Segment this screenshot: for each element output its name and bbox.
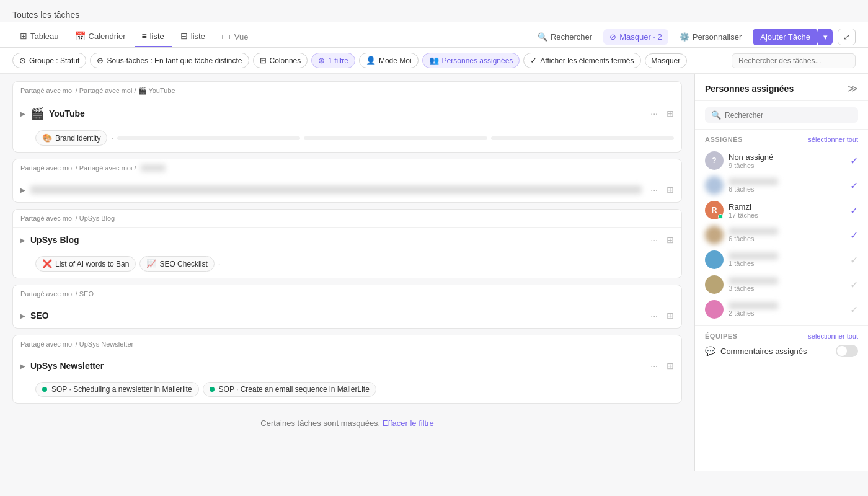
group-header-upsys-blog: Partagé avec moi / UpSys Blog — [13, 210, 681, 228]
assignee-count-blurred5: 3 tâches — [728, 285, 845, 292]
assignee-row-ramzi[interactable]: R Ramzi 17 tâches ✓ — [705, 198, 858, 223]
task-list: Partagé avec moi / Partagé avec moi / 🎬 … — [0, 74, 694, 471]
assignee-name-blurred2 — [728, 178, 778, 185]
teams-toggle-switch[interactable] — [836, 345, 858, 357]
main-layout: Partagé avec moi / Partagé avec moi / 🎬 … — [0, 74, 868, 471]
sidebar-panel: Personnes assignées ≫ 🔍 ASSIGNÉS sélecti… — [694, 74, 868, 471]
masquer-button[interactable]: ⊘ Masquer · 2 — [603, 29, 668, 45]
assignee-name-blurred4 — [728, 252, 778, 260]
filter-groupe[interactable]: ⊙ Groupe : Statut — [12, 53, 86, 68]
seo-collapse-icon[interactable]: ⊞ — [666, 311, 674, 321]
assignee-count-ramzi: 17 tâches — [728, 211, 845, 219]
assignee-check-blurred6: ✓ — [850, 304, 858, 316]
newsletter-group-title: UpSys Newsletter — [30, 361, 642, 371]
filters-bar: ⊙ Groupe : Statut ⊕ Sous-tâches : En tan… — [0, 48, 868, 74]
assignee-name-blurred6 — [728, 302, 778, 309]
afficher-icon: ✓ — [530, 56, 537, 65]
youtube-group-icon: 🎬 — [30, 107, 44, 120]
upsys-blog-more-icon[interactable]: ··· — [647, 234, 662, 246]
select-all-teams-button[interactable]: sélectionner tout — [808, 332, 858, 340]
expand-youtube-icon[interactable]: ▶ — [20, 110, 25, 117]
sidebar-search-input[interactable] — [725, 111, 852, 120]
list-item-sop-mailerlite[interactable]: SOP · Scheduling a newsletter in Mailerl… — [35, 382, 199, 397]
assignee-check-non-assigne: ✓ — [850, 155, 858, 167]
tab-liste2[interactable]: ⊟ liste — [173, 26, 213, 47]
sidebar-title: Personnes assignées — [705, 84, 794, 94]
sidebar-expand-icon[interactable]: ≫ — [848, 82, 858, 94]
upsys-blog-group-title: UpSys Blog — [30, 235, 642, 245]
youtube-more-icon[interactable]: ··· — [647, 107, 662, 120]
list-item-brand-identity[interactable]: 🎨 Brand identity — [35, 130, 107, 146]
assignee-row-blurred4[interactable]: 1 tâches ✓ — [705, 247, 858, 272]
avatar-blurred2 — [705, 176, 724, 195]
liste1-icon: ≡ — [142, 31, 147, 41]
tab-calendrier[interactable]: 📅 Calendrier — [68, 26, 133, 47]
tab-add-vue[interactable]: + + Vue — [214, 27, 254, 46]
list-item-ai-words[interactable]: ❌ List of AI words to Ban — [35, 256, 136, 272]
filter-mode-moi[interactable]: 👤 Mode Moi — [359, 53, 418, 68]
ajouter-tache-chevron[interactable]: ▾ — [818, 29, 833, 45]
mode-moi-icon: 👤 — [366, 56, 376, 65]
assignee-check-blurred3: ✓ — [850, 229, 858, 241]
assignee-row-blurred5[interactable]: 3 tâches ✓ — [705, 272, 858, 297]
group-card-blurred: Partagé avec moi / Partagé avec moi / ▶ … — [12, 159, 682, 203]
seo-more-icon[interactable]: ··· — [647, 309, 662, 322]
youtube-collapse-icon[interactable]: ⊞ — [666, 108, 674, 118]
tabs-bar: ⊞ Tableau 📅 Calendrier ≡ liste ⊟ liste +… — [0, 22, 868, 48]
expand-button[interactable]: ⤢ — [838, 29, 856, 45]
filter-personnes[interactable]: 👥 Personnes assignées — [422, 53, 520, 68]
assignee-name-ramzi: Ramzi — [728, 202, 845, 211]
assignee-row-blurred6[interactable]: 2 tâches ✓ — [705, 297, 858, 322]
sous-taches-icon: ⊕ — [97, 56, 104, 65]
list-item-seo-checklist[interactable]: 📈 SEO Checklist — [140, 256, 214, 272]
ajouter-tache-button[interactable]: Ajouter Tâche — [753, 29, 818, 45]
filter-sous-taches[interactable]: ⊕ Sous-tâches : En tant que tâche distin… — [90, 53, 249, 68]
select-all-button[interactable]: sélectionner tout — [808, 136, 858, 143]
assignee-row-blurred2[interactable]: 6 tâches ✓ — [705, 173, 858, 198]
expand-upsys-blog-icon[interactable]: ▶ — [20, 237, 25, 244]
comment-icon: 💬 — [705, 346, 715, 356]
blurred-more-icon[interactable]: ··· — [647, 184, 662, 196]
assignee-name-blurred3 — [728, 228, 778, 235]
assignee-row-blurred3[interactable]: 6 tâches ✓ — [705, 223, 858, 247]
page-title: Toutes les tâches — [0, 0, 868, 22]
youtube-group-title: YouTube — [49, 108, 642, 118]
personnes-icon: 👥 — [429, 56, 439, 65]
expand-seo-icon[interactable]: ▶ — [20, 312, 25, 319]
expand-blurred-icon[interactable]: ▶ — [20, 187, 25, 193]
personnaliser-button[interactable]: ⚙️ Personnaliser — [673, 29, 748, 45]
assignee-name-blurred5 — [728, 277, 778, 285]
calendrier-icon: 📅 — [75, 31, 86, 41]
assignee-check-blurred4: ✓ — [850, 254, 858, 266]
task-search-input[interactable] — [732, 53, 856, 68]
masquer-plain-button[interactable]: Masquer — [645, 53, 688, 68]
seo-checklist-icon: 📈 — [146, 259, 156, 268]
assignee-name-non-assigne: Non assigné — [728, 153, 845, 162]
tab-liste1[interactable]: ≡ liste — [135, 26, 172, 47]
filter-filtre[interactable]: ⊛ 1 filtre — [311, 53, 355, 68]
colonnes-icon: ⊞ — [260, 56, 267, 65]
masquer-icon: ⊘ — [609, 32, 616, 42]
expand-newsletter-icon[interactable]: ▶ — [20, 363, 25, 370]
group-card-newsletter: Partagé avec moi / UpSys Newsletter ▶ Up… — [12, 335, 682, 404]
newsletter-collapse-icon[interactable]: ⊞ — [666, 361, 674, 371]
newsletter-more-icon[interactable]: ··· — [647, 360, 662, 372]
filter-afficher[interactable]: ✓ Afficher les éléments fermés — [523, 53, 640, 68]
avatar-blurred6 — [705, 300, 724, 319]
assignee-check-blurred2: ✓ — [850, 180, 858, 192]
assignee-count-blurred3: 6 tâches — [728, 235, 845, 242]
clear-filter-link[interactable]: Effacer le filtre — [383, 418, 434, 428]
groupe-icon: ⊙ — [19, 56, 26, 65]
blurred-collapse-icon[interactable]: ⊞ — [666, 185, 674, 195]
tab-tableau[interactable]: ⊞ Tableau — [12, 26, 66, 47]
search-button[interactable]: 🔍 Rechercher — [531, 29, 598, 45]
upsys-blog-collapse-icon[interactable]: ⊞ — [666, 235, 674, 245]
list-item-sop-email[interactable]: SOP · Create an email sequence in Mailer… — [203, 382, 376, 397]
filter-colonnes[interactable]: ⊞ Colonnes — [253, 53, 308, 68]
avatar-ramzi: R — [705, 201, 724, 219]
gear-icon: ⚙️ — [680, 32, 689, 42]
brand-identity-icon: 🎨 — [42, 133, 52, 143]
avatar-non-assigne: ? — [705, 151, 724, 170]
assignee-row-non-assigne[interactable]: ? Non assigné 9 tâches ✓ — [705, 148, 858, 173]
footer-bar: Certaines tâches sont masquées. Effacer … — [12, 410, 682, 436]
